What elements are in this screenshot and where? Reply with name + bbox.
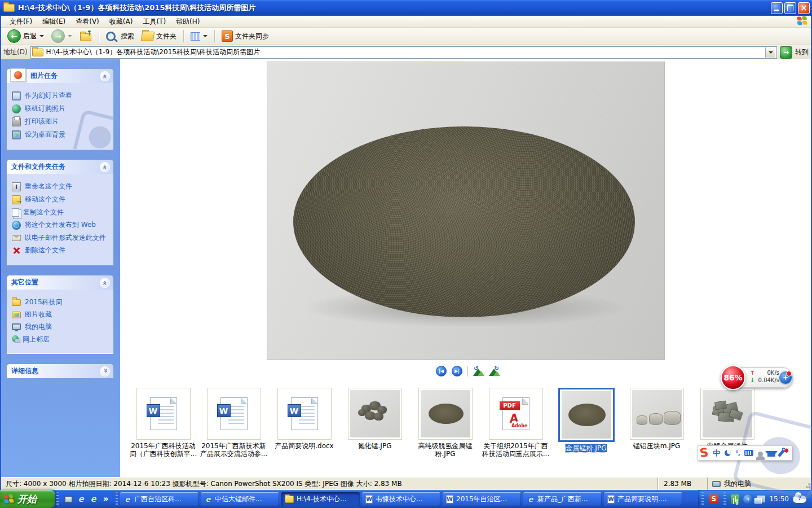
netspeed-plus-button[interactable]: + <box>779 371 792 384</box>
address-input[interactable]: H:\4-技术中心\（1-9）各项科技活动\2015科技周\科技活动周所需图片 <box>30 46 777 59</box>
task-button-active[interactable]: H:\4-技术中心... <box>281 492 360 506</box>
file-thumbnail[interactable]: W 2015年广西新技术新产品展示交流活动参... <box>198 388 269 477</box>
ime-fullhalf-icon[interactable] <box>725 450 731 456</box>
ie-icon: e <box>527 495 535 503</box>
task-button[interactable]: e 广西自治区科... <box>120 492 198 506</box>
go-label[interactable]: 转到 <box>795 47 809 57</box>
rotate-clockwise-button[interactable]: ↻ <box>489 367 500 376</box>
sogou-logo-icon[interactable]: S <box>699 446 709 459</box>
ime-account-icon[interactable] <box>758 452 763 457</box>
preview-photo[interactable] <box>267 62 664 360</box>
forward-button[interactable]: → <box>48 28 75 44</box>
upload-speed: 0K/s <box>767 370 780 376</box>
back-icon: ← <box>7 29 21 43</box>
sogou-tray-icon[interactable]: S <box>709 494 718 504</box>
place-my-pictures[interactable]: 图片收藏 <box>12 310 111 319</box>
place-my-computer[interactable]: 我的电脑 <box>12 323 111 331</box>
usb-tray-icon[interactable] <box>731 494 739 504</box>
menu-edit[interactable]: 编辑(E) <box>37 16 70 28</box>
back-button[interactable]: ← 后退 <box>5 28 47 44</box>
ime-mode-button[interactable]: 中 <box>713 448 720 458</box>
address-dropdown-button[interactable] <box>765 47 775 58</box>
quick-launch-ie-icon[interactable]: e <box>76 494 86 504</box>
panel-file-tasks: 文件和文件夹任务 « 重命名这个文件 移动这个文件 复制这个文件 将这个文件发布… <box>7 160 113 265</box>
task-publish-web[interactable]: 将这个文件发布到 Web <box>12 221 111 230</box>
panel-other-places-header[interactable]: 其它位置 « <box>7 275 113 290</box>
close-button[interactable]: × <box>798 2 810 14</box>
netspeed-percent-ball[interactable]: 86% <box>721 365 745 390</box>
file-thumbnail[interactable]: W 产品简要说明.docx <box>269 388 339 477</box>
menu-file[interactable]: 文件(F) <box>5 16 37 28</box>
netspeed-widget[interactable]: ↑0K/s ↓0.04K/s 86% + <box>721 365 793 390</box>
image-thumbnail[interactable]: 氮化锰.JPG <box>339 388 410 477</box>
collapse-chevron-icon[interactable]: « <box>100 278 110 288</box>
panel-picture-tasks: 图片任务 « 作为幻灯片查看 联机订购照片 打印该图片 设为桌面背景 <box>7 69 113 150</box>
task-button[interactable]: e 中信大锰邮件... <box>201 492 279 506</box>
task-button[interactable]: W 2015年自治区... <box>443 492 521 506</box>
quick-launch-app-icon[interactable] <box>64 494 73 504</box>
expand-chevron-icon[interactable]: « <box>100 366 110 376</box>
views-dropdown-icon[interactable] <box>203 35 208 37</box>
image-thumbnail[interactable]: 锰铝压块m.JPG <box>621 388 692 477</box>
up-button[interactable]: ↑ <box>77 29 95 43</box>
task-delete-file[interactable]: 删除这个文件 <box>12 246 111 255</box>
menu-favorites[interactable]: 收藏(A) <box>104 16 138 28</box>
place-2015-tech-week[interactable]: 2015科技周 <box>12 298 111 306</box>
start-button[interactable]: 开始 <box>0 490 55 508</box>
collapse-chevron-icon[interactable]: « <box>100 162 110 172</box>
back-dropdown-icon[interactable] <box>39 35 44 37</box>
image-thumbnail[interactable]: 高纯级脱氢金属锰粉.JPG <box>410 388 480 477</box>
clock[interactable]: 15:50 <box>769 495 789 503</box>
network-tray-icon[interactable] <box>757 496 765 502</box>
views-button[interactable] <box>188 31 210 42</box>
restore-button[interactable] <box>784 2 796 14</box>
ime-softkeyboard-icon[interactable] <box>744 450 753 456</box>
quick-launch-more-icon[interactable]: » <box>101 494 111 504</box>
quick-launch-browser-icon[interactable]: e <box>89 494 98 504</box>
toolbar-separator <box>183 30 184 42</box>
taskbar: 开始 e e » e 广西自治区科... e 中信大锰邮件... H:\4-技术… <box>0 490 812 508</box>
folder-sync-button[interactable]: S 文件夹同步 <box>219 29 272 43</box>
word-doc-icon: W <box>607 495 615 503</box>
panel-picture-tasks-header[interactable]: 图片任务 « <box>7 69 113 83</box>
place-network[interactable]: 网上邻居 <box>12 335 111 344</box>
search-button[interactable]: 搜索 <box>103 30 137 42</box>
panel-file-tasks-header[interactable]: 文件和文件夹任务 « <box>7 160 113 174</box>
ime-settings-icon[interactable] <box>778 449 785 457</box>
selected-image-thumbnail[interactable]: 金属锰粉.JPG <box>551 388 621 477</box>
task-button[interactable]: W 产品简要说明.... <box>604 492 682 506</box>
controls-separator <box>467 366 468 376</box>
collapse-chevron-icon[interactable]: « <box>100 71 110 81</box>
task-button[interactable]: W 韦慷技术中心... <box>362 492 440 506</box>
task-copy-file[interactable]: 复制这个文件 <box>12 208 111 217</box>
folders-button[interactable]: 文件夹 <box>139 30 179 42</box>
task-button[interactable]: e 新产品_广西新... <box>523 492 602 506</box>
panel-details-header[interactable]: 详细信息 « <box>7 364 113 378</box>
word-doc-icon: W <box>365 495 373 503</box>
next-image-button[interactable]: ▶| <box>452 366 462 376</box>
file-thumbnail[interactable]: PDF A Adobe 关于组织2015年广西科技活动周重点展示... <box>480 388 551 477</box>
menu-view[interactable]: 查看(V) <box>70 16 104 28</box>
ime-punctuation-button[interactable]: °, <box>735 449 740 457</box>
forward-dropdown-icon[interactable] <box>68 35 72 37</box>
quicklaunch-handle[interactable] <box>56 492 59 506</box>
panel-picture-tasks-body: 作为幻灯片查看 联机订购照片 打印该图片 设为桌面背景 <box>7 83 113 150</box>
ime-skin-icon[interactable] <box>767 451 775 457</box>
task-rename-file[interactable]: 重命名这个文件 <box>12 182 111 191</box>
task-email-file[interactable]: 以电子邮件形式发送此文件 <box>12 234 111 242</box>
panel-other-places: 其它位置 « 2015科技周 图片收藏 我的电脑 网上邻居 <box>7 275 113 354</box>
menu-help[interactable]: 帮助(H) <box>171 16 205 28</box>
file-thumbnail[interactable]: W 2015年广西科技活动周（广西科技创新平... <box>128 388 198 477</box>
hidden-icons-chevron[interactable]: ‹ <box>743 494 753 504</box>
folder-icon <box>12 299 21 306</box>
folder-icon <box>285 496 294 503</box>
task-view-slideshow[interactable]: 作为幻灯片查看 <box>12 91 111 100</box>
previous-image-button[interactable]: |◀ <box>436 366 447 376</box>
rotate-counterclockwise-button[interactable]: ↺ <box>473 367 484 376</box>
minimize-button[interactable] <box>771 2 783 14</box>
tasks-handle[interactable] <box>116 492 118 506</box>
menu-tools[interactable]: 工具(T) <box>138 16 171 28</box>
ime-toolbar[interactable]: S 中 °, <box>698 445 792 461</box>
task-move-file[interactable]: 移动这个文件 <box>12 195 111 204</box>
go-icon[interactable]: → <box>780 46 792 59</box>
